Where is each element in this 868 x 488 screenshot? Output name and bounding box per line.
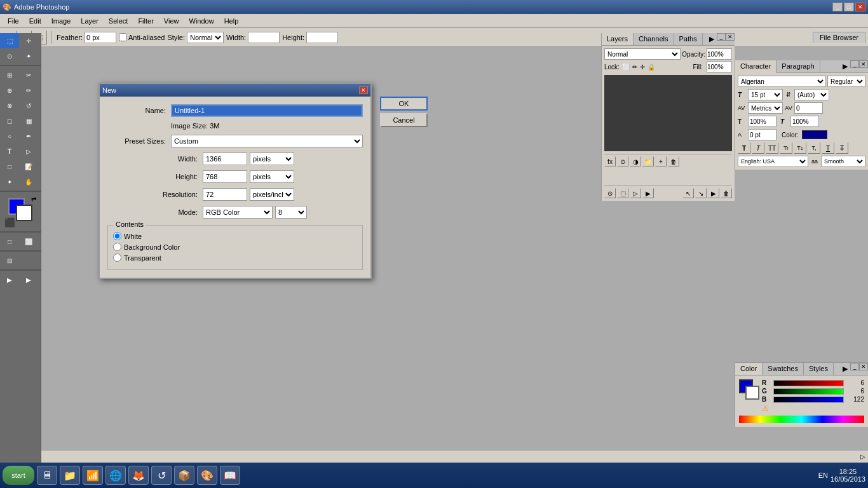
image-size-label: Image Size:	[171, 122, 208, 130]
dialog-title-bar: New ✕	[100, 84, 370, 97]
taskbar-icon-9[interactable]: 📖	[220, 466, 240, 485]
white-label: White	[124, 233, 142, 240]
taskbar-lang: EN	[818, 471, 828, 479]
cancel-button[interactable]: Cancel	[380, 113, 428, 127]
height-unit-select[interactable]: pixels	[250, 170, 294, 183]
dialog-body: Name: Image Size: 3M Preset Sizes: Custo…	[100, 97, 370, 278]
mode-label: Mode:	[139, 208, 203, 216]
bg-color-radio[interactable]	[113, 243, 121, 251]
status-right: ▷	[860, 453, 865, 460]
contents-legend: Contents	[113, 220, 146, 228]
width-input[interactable]	[203, 152, 247, 165]
resolution-unit-select[interactable]: pixels/inch	[250, 188, 294, 201]
width-label: Width:	[139, 155, 203, 163]
taskbar-icon-1[interactable]: 🖥	[37, 466, 57, 485]
resolution-label: Resolution:	[139, 191, 203, 198]
bit-depth-select[interactable]: 8	[275, 206, 307, 219]
taskbar-icon-4[interactable]: 🌐	[105, 466, 126, 485]
taskbar-date: 16/05/2013	[831, 475, 865, 483]
white-radio[interactable]	[113, 232, 121, 240]
white-radio-label[interactable]: White	[113, 232, 357, 240]
bg-color-radio-label[interactable]: Background Color	[113, 243, 357, 251]
mode-row: Mode: RGB Color 8	[107, 206, 363, 219]
taskbar-time: 18:25	[839, 468, 857, 475]
name-row: Name:	[107, 104, 363, 117]
taskbar-icon-8[interactable]: 🎨	[197, 466, 217, 485]
height-row: Height: pixels	[107, 170, 363, 183]
new-document-dialog: New ✕ Name: Image Size: 3M Preset Sizes:…	[98, 83, 372, 279]
dialog-close-btn[interactable]: ✕	[359, 86, 368, 94]
transparent-label: Transparent	[124, 254, 161, 262]
transparent-radio[interactable]	[113, 254, 121, 262]
contents-section: Contents White Background Color Transpar…	[107, 225, 363, 270]
image-size-value: 3M	[210, 122, 219, 130]
name-label: Name:	[107, 107, 171, 114]
taskbar-icon-5[interactable]: 🦊	[128, 466, 149, 485]
preset-label: Preset Sizes:	[107, 137, 171, 145]
taskbar-right: EN 18:25 16/05/2013	[818, 468, 865, 483]
width-row: Width: pixels	[107, 152, 363, 165]
height-input[interactable]	[203, 170, 247, 183]
taskbar-clock: 18:25 16/05/2013	[831, 468, 865, 483]
taskbar: start 🖥 📁 📶 🌐 🦊 ↺ 📦 🎨 📖 EN 18:25 16/05/2…	[0, 463, 868, 488]
image-size-display: Image Size: 3M	[171, 122, 363, 130]
taskbar-icon-3[interactable]: 📶	[83, 466, 103, 485]
dialog-title: New	[102, 86, 116, 94]
taskbar-icon-2[interactable]: 📁	[60, 466, 80, 485]
width-unit-select[interactable]: pixels	[250, 152, 294, 165]
taskbar-icon-7[interactable]: 📦	[174, 466, 194, 485]
resolution-row: Resolution: pixels/inch	[107, 188, 363, 201]
height-label: Height:	[139, 173, 203, 180]
transparent-radio-label[interactable]: Transparent	[113, 254, 357, 262]
status-nav[interactable]: ▷	[860, 453, 865, 460]
start-button[interactable]: start	[3, 466, 34, 485]
mode-select[interactable]: RGB Color	[203, 206, 273, 219]
status-text	[44, 453, 46, 460]
resolution-input[interactable]	[203, 188, 247, 201]
dialog-buttons: OK Cancel	[380, 97, 428, 127]
ok-button[interactable]: OK	[380, 97, 428, 111]
bg-color-label: Background Color	[124, 243, 180, 251]
status-bar: ▷	[41, 450, 868, 463]
dialog-overlay: New ✕ Name: Image Size: 3M Preset Sizes:…	[0, 0, 868, 488]
name-input[interactable]	[171, 104, 363, 117]
preset-row: Preset Sizes: Custom	[107, 135, 363, 147]
preset-select[interactable]: Custom	[171, 135, 363, 147]
taskbar-icon-6[interactable]: ↺	[151, 466, 172, 485]
